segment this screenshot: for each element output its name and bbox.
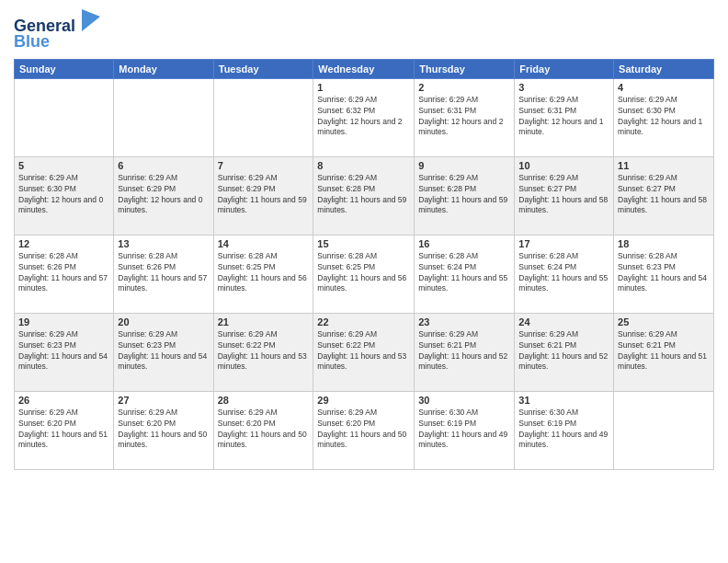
calendar-cell: 27Sunrise: 6:29 AM Sunset: 6:20 PM Dayli… (114, 391, 213, 469)
day-number: 15 (317, 238, 410, 249)
day-info: Sunrise: 6:29 AM Sunset: 6:20 PM Dayligh… (18, 408, 109, 452)
day-number: 21 (218, 316, 310, 327)
calendar-cell: 19Sunrise: 6:29 AM Sunset: 6:23 PM Dayli… (15, 313, 114, 391)
calendar-cell: 21Sunrise: 6:29 AM Sunset: 6:22 PM Dayli… (213, 313, 313, 391)
calendar-cell: 6Sunrise: 6:29 AM Sunset: 6:29 PM Daylig… (114, 156, 213, 235)
page: General Blue SundayMondayTuesdayWednesda… (0, 0, 728, 563)
calendar-cell: 14Sunrise: 6:28 AM Sunset: 6:25 PM Dayli… (213, 235, 313, 313)
calendar-cell: 28Sunrise: 6:29 AM Sunset: 6:20 PM Dayli… (213, 391, 313, 469)
calendar-cell: 26Sunrise: 6:29 AM Sunset: 6:20 PM Dayli… (15, 391, 114, 469)
calendar-cell: 15Sunrise: 6:28 AM Sunset: 6:25 PM Dayli… (313, 235, 415, 313)
day-info: Sunrise: 6:29 AM Sunset: 6:20 PM Dayligh… (317, 408, 410, 452)
calendar-cell (213, 78, 313, 156)
day-number: 3 (518, 82, 609, 93)
calendar-cell: 2Sunrise: 6:29 AM Sunset: 6:31 PM Daylig… (415, 78, 515, 156)
weekday-header: Sunday (15, 59, 114, 78)
day-number: 25 (618, 316, 710, 327)
calendar-cell: 13Sunrise: 6:28 AM Sunset: 6:26 PM Dayli… (114, 235, 213, 313)
day-info: Sunrise: 6:29 AM Sunset: 6:31 PM Dayligh… (518, 95, 609, 139)
day-number: 18 (618, 238, 710, 249)
day-number: 22 (317, 316, 410, 327)
calendar-cell: 12Sunrise: 6:28 AM Sunset: 6:26 PM Dayli… (15, 235, 114, 313)
weekday-header: Tuesday (213, 59, 313, 78)
day-number: 8 (317, 160, 410, 171)
day-info: Sunrise: 6:29 AM Sunset: 6:20 PM Dayligh… (218, 408, 310, 452)
day-number: 26 (18, 395, 109, 406)
calendar-cell: 18Sunrise: 6:28 AM Sunset: 6:23 PM Dayli… (614, 235, 714, 313)
calendar-cell: 8Sunrise: 6:29 AM Sunset: 6:28 PM Daylig… (313, 156, 415, 235)
day-info: Sunrise: 6:29 AM Sunset: 6:23 PM Dayligh… (18, 329, 109, 373)
day-info: Sunrise: 6:29 AM Sunset: 6:27 PM Dayligh… (518, 173, 609, 217)
day-info: Sunrise: 6:28 AM Sunset: 6:25 PM Dayligh… (218, 251, 310, 295)
logo: General Blue (14, 9, 100, 52)
day-info: Sunrise: 6:28 AM Sunset: 6:26 PM Dayligh… (18, 251, 109, 295)
day-info: Sunrise: 6:28 AM Sunset: 6:25 PM Dayligh… (317, 251, 410, 295)
day-number: 17 (518, 238, 609, 249)
calendar-cell: 31Sunrise: 6:30 AM Sunset: 6:19 PM Dayli… (515, 391, 614, 469)
calendar-cell (15, 78, 114, 156)
calendar-cell: 24Sunrise: 6:29 AM Sunset: 6:21 PM Dayli… (515, 313, 614, 391)
calendar-cell: 25Sunrise: 6:29 AM Sunset: 6:21 PM Dayli… (614, 313, 714, 391)
day-info: Sunrise: 6:30 AM Sunset: 6:19 PM Dayligh… (418, 408, 510, 452)
day-info: Sunrise: 6:29 AM Sunset: 6:21 PM Dayligh… (618, 329, 710, 373)
day-number: 19 (18, 316, 109, 327)
day-number: 20 (118, 316, 209, 327)
svg-marker-0 (82, 9, 100, 31)
day-number: 23 (418, 316, 510, 327)
day-number: 24 (518, 316, 609, 327)
weekday-header: Wednesday (313, 59, 415, 78)
day-number: 10 (518, 160, 609, 171)
day-info: Sunrise: 6:29 AM Sunset: 6:32 PM Dayligh… (317, 95, 410, 139)
calendar-cell: 22Sunrise: 6:29 AM Sunset: 6:22 PM Dayli… (313, 313, 415, 391)
calendar-cell: 29Sunrise: 6:29 AM Sunset: 6:20 PM Dayli… (313, 391, 415, 469)
day-number: 1 (317, 82, 410, 93)
calendar-cell: 23Sunrise: 6:29 AM Sunset: 6:21 PM Dayli… (415, 313, 515, 391)
day-info: Sunrise: 6:29 AM Sunset: 6:22 PM Dayligh… (317, 329, 410, 373)
weekday-header: Monday (114, 59, 213, 78)
calendar-cell: 17Sunrise: 6:28 AM Sunset: 6:24 PM Dayli… (515, 235, 614, 313)
day-info: Sunrise: 6:29 AM Sunset: 6:21 PM Dayligh… (418, 329, 510, 373)
calendar-cell: 3Sunrise: 6:29 AM Sunset: 6:31 PM Daylig… (515, 78, 614, 156)
day-number: 31 (518, 395, 609, 406)
calendar-cell: 1Sunrise: 6:29 AM Sunset: 6:32 PM Daylig… (313, 78, 415, 156)
day-info: Sunrise: 6:28 AM Sunset: 6:24 PM Dayligh… (518, 251, 609, 295)
day-info: Sunrise: 6:29 AM Sunset: 6:27 PM Dayligh… (618, 173, 710, 217)
day-number: 14 (218, 238, 310, 249)
day-number: 5 (18, 160, 109, 171)
calendar-cell (614, 391, 714, 469)
calendar-cell: 9Sunrise: 6:29 AM Sunset: 6:28 PM Daylig… (415, 156, 515, 235)
calendar-cell: 5Sunrise: 6:29 AM Sunset: 6:30 PM Daylig… (15, 156, 114, 235)
day-number: 29 (317, 395, 410, 406)
day-info: Sunrise: 6:29 AM Sunset: 6:22 PM Dayligh… (218, 329, 310, 373)
calendar-table: SundayMondayTuesdayWednesdayThursdayFrid… (14, 59, 714, 470)
weekday-header: Friday (515, 59, 614, 78)
calendar-cell: 4Sunrise: 6:29 AM Sunset: 6:30 PM Daylig… (614, 78, 714, 156)
day-number: 2 (418, 82, 510, 93)
day-info: Sunrise: 6:29 AM Sunset: 6:29 PM Dayligh… (118, 173, 209, 217)
header: General Blue (14, 9, 714, 52)
day-number: 12 (18, 238, 109, 249)
calendar-cell: 30Sunrise: 6:30 AM Sunset: 6:19 PM Dayli… (415, 391, 515, 469)
day-info: Sunrise: 6:28 AM Sunset: 6:24 PM Dayligh… (418, 251, 510, 295)
calendar-cell: 7Sunrise: 6:29 AM Sunset: 6:29 PM Daylig… (213, 156, 313, 235)
day-number: 4 (618, 82, 710, 93)
day-number: 27 (118, 395, 209, 406)
calendar-cell (114, 78, 213, 156)
day-number: 11 (618, 160, 710, 171)
day-number: 16 (418, 238, 510, 249)
logo-icon (82, 9, 100, 31)
day-info: Sunrise: 6:29 AM Sunset: 6:30 PM Dayligh… (618, 95, 710, 139)
weekday-header: Saturday (614, 59, 714, 78)
day-info: Sunrise: 6:29 AM Sunset: 6:31 PM Dayligh… (418, 95, 510, 139)
day-info: Sunrise: 6:28 AM Sunset: 6:26 PM Dayligh… (118, 251, 209, 295)
day-info: Sunrise: 6:29 AM Sunset: 6:28 PM Dayligh… (317, 173, 410, 217)
day-number: 9 (418, 160, 510, 171)
calendar-cell: 11Sunrise: 6:29 AM Sunset: 6:27 PM Dayli… (614, 156, 714, 235)
calendar-cell: 10Sunrise: 6:29 AM Sunset: 6:27 PM Dayli… (515, 156, 614, 235)
day-info: Sunrise: 6:29 AM Sunset: 6:30 PM Dayligh… (18, 173, 109, 217)
day-info: Sunrise: 6:30 AM Sunset: 6:19 PM Dayligh… (518, 408, 609, 452)
day-number: 30 (418, 395, 510, 406)
weekday-header: Thursday (415, 59, 515, 78)
day-info: Sunrise: 6:29 AM Sunset: 6:21 PM Dayligh… (518, 329, 609, 373)
day-info: Sunrise: 6:29 AM Sunset: 6:28 PM Dayligh… (418, 173, 510, 217)
